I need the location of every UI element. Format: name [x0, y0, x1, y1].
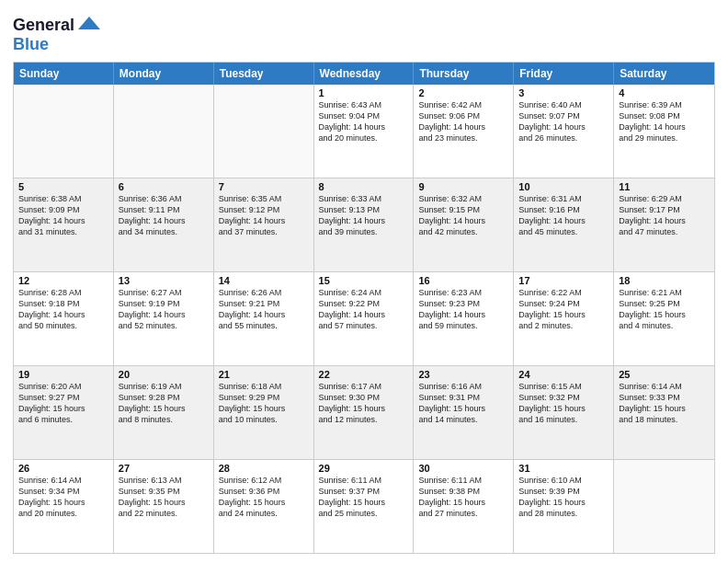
day-cell-23: 23Sunrise: 6:16 AMSunset: 9:31 PMDayligh… — [414, 366, 514, 459]
day-number: 12 — [18, 275, 108, 286]
day-info: Sunrise: 6:40 AMSunset: 9:07 PMDaylight:… — [518, 99, 609, 144]
day-header-wednesday: Wednesday — [314, 63, 415, 85]
day-number: 29 — [319, 463, 409, 474]
day-header-tuesday: Tuesday — [214, 63, 314, 85]
day-cell-22: 22Sunrise: 6:17 AMSunset: 9:30 PMDayligh… — [314, 366, 415, 459]
day-header-saturday: Saturday — [614, 63, 714, 85]
day-number: 27 — [119, 463, 209, 474]
day-info: Sunrise: 6:20 AMSunset: 9:27 PMDaylight:… — [18, 381, 108, 426]
day-number: 11 — [619, 181, 710, 192]
day-cell-21: 21Sunrise: 6:18 AMSunset: 9:29 PMDayligh… — [214, 366, 314, 459]
day-info: Sunrise: 6:15 AMSunset: 9:32 PMDaylight:… — [518, 381, 609, 426]
day-info: Sunrise: 6:26 AMSunset: 9:21 PMDaylight:… — [219, 287, 309, 332]
day-number: 9 — [418, 181, 508, 192]
day-info: Sunrise: 6:19 AMSunset: 9:28 PMDaylight:… — [119, 381, 209, 426]
day-cell-19: 19Sunrise: 6:20 AMSunset: 9:27 PMDayligh… — [14, 366, 114, 459]
calendar-row-1: 5Sunrise: 6:38 AMSunset: 9:09 PMDaylight… — [14, 178, 714, 271]
empty-cell-0-0 — [14, 85, 114, 178]
day-info: Sunrise: 6:32 AMSunset: 9:15 PMDaylight:… — [418, 193, 508, 238]
page: General Blue SundayMondayTuesdayWednesda… — [0, 0, 728, 563]
day-cell-26: 26Sunrise: 6:14 AMSunset: 9:34 PMDayligh… — [14, 460, 114, 553]
calendar-row-4: 26Sunrise: 6:14 AMSunset: 9:34 PMDayligh… — [14, 459, 714, 553]
day-cell-10: 10Sunrise: 6:31 AMSunset: 9:16 PMDayligh… — [514, 178, 614, 271]
day-number: 17 — [518, 275, 609, 286]
day-cell-29: 29Sunrise: 6:11 AMSunset: 9:37 PMDayligh… — [314, 460, 415, 553]
day-header-monday: Monday — [114, 63, 214, 85]
day-cell-20: 20Sunrise: 6:19 AMSunset: 9:28 PMDayligh… — [114, 366, 214, 459]
day-info: Sunrise: 6:11 AMSunset: 9:37 PMDaylight:… — [319, 475, 409, 520]
day-info: Sunrise: 6:24 AMSunset: 9:22 PMDaylight:… — [319, 287, 409, 332]
day-cell-16: 16Sunrise: 6:23 AMSunset: 9:23 PMDayligh… — [414, 272, 514, 365]
day-number: 8 — [319, 181, 409, 192]
calendar-row-0: 1Sunrise: 6:43 AMSunset: 9:04 PMDaylight… — [14, 85, 714, 178]
day-number: 7 — [219, 181, 309, 192]
day-cell-8: 8Sunrise: 6:33 AMSunset: 9:13 PMDaylight… — [314, 178, 415, 271]
day-info: Sunrise: 6:39 AMSunset: 9:08 PMDaylight:… — [619, 99, 710, 144]
day-info: Sunrise: 6:14 AMSunset: 9:33 PMDaylight:… — [619, 381, 710, 426]
day-info: Sunrise: 6:16 AMSunset: 9:31 PMDaylight:… — [418, 381, 508, 426]
calendar-row-3: 19Sunrise: 6:20 AMSunset: 9:27 PMDayligh… — [14, 365, 714, 459]
day-info: Sunrise: 6:35 AMSunset: 9:12 PMDaylight:… — [219, 193, 309, 238]
day-number: 15 — [319, 275, 409, 286]
day-cell-3: 3Sunrise: 6:40 AMSunset: 9:07 PMDaylight… — [514, 85, 614, 178]
day-number: 16 — [418, 275, 508, 286]
day-cell-1: 1Sunrise: 6:43 AMSunset: 9:04 PMDaylight… — [314, 85, 415, 178]
day-info: Sunrise: 6:17 AMSunset: 9:30 PMDaylight:… — [319, 381, 409, 426]
day-info: Sunrise: 6:21 AMSunset: 9:25 PMDaylight:… — [619, 287, 710, 332]
day-header-thursday: Thursday — [414, 63, 514, 85]
day-number: 6 — [119, 181, 209, 192]
day-number: 4 — [619, 87, 710, 98]
day-number: 18 — [619, 275, 710, 286]
day-info: Sunrise: 6:43 AMSunset: 9:04 PMDaylight:… — [319, 99, 409, 144]
day-header-sunday: Sunday — [14, 63, 114, 85]
day-number: 30 — [418, 463, 508, 474]
day-info: Sunrise: 6:12 AMSunset: 9:36 PMDaylight:… — [219, 475, 309, 520]
header: General Blue — [13, 9, 715, 54]
day-info: Sunrise: 6:18 AMSunset: 9:29 PMDaylight:… — [219, 381, 309, 426]
day-number: 21 — [219, 369, 309, 380]
calendar-header: SundayMondayTuesdayWednesdayThursdayFrid… — [14, 63, 714, 85]
day-info: Sunrise: 6:22 AMSunset: 9:24 PMDaylight:… — [518, 287, 609, 332]
day-header-friday: Friday — [514, 63, 614, 85]
day-cell-31: 31Sunrise: 6:10 AMSunset: 9:39 PMDayligh… — [514, 460, 614, 553]
day-info: Sunrise: 6:28 AMSunset: 9:18 PMDaylight:… — [18, 287, 108, 332]
day-cell-18: 18Sunrise: 6:21 AMSunset: 9:25 PMDayligh… — [614, 272, 714, 365]
day-cell-14: 14Sunrise: 6:26 AMSunset: 9:21 PMDayligh… — [214, 272, 314, 365]
day-cell-4: 4Sunrise: 6:39 AMSunset: 9:08 PMDaylight… — [614, 85, 714, 178]
day-number: 10 — [518, 181, 609, 192]
day-number: 28 — [219, 463, 309, 474]
day-cell-2: 2Sunrise: 6:42 AMSunset: 9:06 PMDaylight… — [414, 85, 514, 178]
day-info: Sunrise: 6:33 AMSunset: 9:13 PMDaylight:… — [319, 193, 409, 238]
day-number: 5 — [18, 181, 108, 192]
day-number: 24 — [518, 369, 609, 380]
day-cell-17: 17Sunrise: 6:22 AMSunset: 9:24 PMDayligh… — [514, 272, 614, 365]
calendar-row-2: 12Sunrise: 6:28 AMSunset: 9:18 PMDayligh… — [14, 271, 714, 365]
day-cell-11: 11Sunrise: 6:29 AMSunset: 9:17 PMDayligh… — [614, 178, 714, 271]
calendar-body: 1Sunrise: 6:43 AMSunset: 9:04 PMDaylight… — [14, 85, 714, 553]
empty-cell-4-6 — [614, 460, 714, 553]
day-info: Sunrise: 6:23 AMSunset: 9:23 PMDaylight:… — [418, 287, 508, 332]
day-cell-13: 13Sunrise: 6:27 AMSunset: 9:19 PMDayligh… — [114, 272, 214, 365]
day-cell-24: 24Sunrise: 6:15 AMSunset: 9:32 PMDayligh… — [514, 366, 614, 459]
day-info: Sunrise: 6:13 AMSunset: 9:35 PMDaylight:… — [119, 475, 209, 520]
day-number: 20 — [119, 369, 209, 380]
day-number: 22 — [319, 369, 409, 380]
day-number: 19 — [18, 369, 108, 380]
day-number: 23 — [418, 369, 508, 380]
day-number: 14 — [219, 275, 309, 286]
day-cell-27: 27Sunrise: 6:13 AMSunset: 9:35 PMDayligh… — [114, 460, 214, 553]
day-info: Sunrise: 6:29 AMSunset: 9:17 PMDaylight:… — [619, 193, 710, 238]
day-cell-6: 6Sunrise: 6:36 AMSunset: 9:11 PMDaylight… — [114, 178, 214, 271]
logo-text: General — [13, 17, 74, 35]
svg-marker-0 — [78, 17, 100, 29]
calendar: SundayMondayTuesdayWednesdayThursdayFrid… — [13, 62, 715, 554]
day-cell-12: 12Sunrise: 6:28 AMSunset: 9:18 PMDayligh… — [14, 272, 114, 365]
day-info: Sunrise: 6:10 AMSunset: 9:39 PMDaylight:… — [518, 475, 609, 520]
day-number: 1 — [319, 87, 409, 98]
day-number: 3 — [518, 87, 609, 98]
day-number: 25 — [619, 369, 710, 380]
day-info: Sunrise: 6:36 AMSunset: 9:11 PMDaylight:… — [119, 193, 209, 238]
day-cell-25: 25Sunrise: 6:14 AMSunset: 9:33 PMDayligh… — [614, 366, 714, 459]
day-info: Sunrise: 6:14 AMSunset: 9:34 PMDaylight:… — [18, 475, 108, 520]
day-info: Sunrise: 6:31 AMSunset: 9:16 PMDaylight:… — [518, 193, 609, 238]
